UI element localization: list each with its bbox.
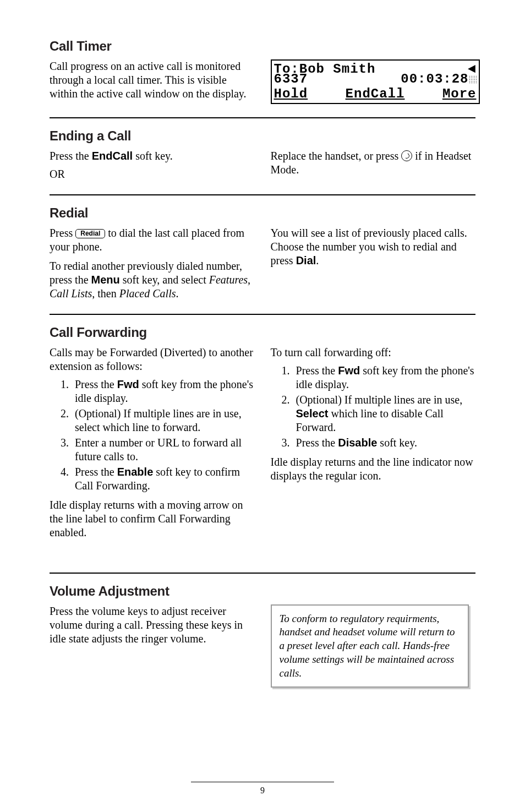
call-fwd-off-intro: To turn call forwarding off: bbox=[271, 346, 475, 359]
heading-call-timer: Call Timer bbox=[50, 39, 475, 54]
fwd-softkey-label: Fwd bbox=[338, 364, 360, 377]
ending-call-press: Press the EndCall soft key. bbox=[50, 149, 254, 163]
lcd-timer: 00:03:28 bbox=[401, 72, 468, 86]
ending-call-replace: Replace the handset, or press if in Head… bbox=[271, 149, 475, 177]
list-item: Press the Fwd soft key from the phone's … bbox=[72, 378, 254, 405]
call-fwd-intro: Calls may be Forwarded (Diverted) to ano… bbox=[50, 346, 254, 373]
text: soft key, and select bbox=[120, 274, 209, 286]
divider bbox=[50, 194, 475, 195]
text: Replace the handset, or press bbox=[271, 150, 402, 162]
text: Press the bbox=[50, 150, 92, 162]
list-item: Enter a number or URL to forward all fut… bbox=[72, 436, 254, 464]
fwd-softkey-label: Fwd bbox=[117, 378, 139, 390]
lcd-softkey-endcall: EndCall bbox=[346, 86, 405, 102]
divider bbox=[50, 117, 475, 118]
regulatory-note: To conform to regulatory requirments, ha… bbox=[271, 604, 469, 688]
text: . bbox=[316, 254, 319, 266]
text-italic: Placed Calls bbox=[119, 287, 176, 299]
list-item: Press the Fwd soft key from the phone's … bbox=[293, 364, 475, 391]
page-number: 9 bbox=[0, 782, 525, 795]
text: Press the bbox=[75, 466, 117, 478]
text: then bbox=[95, 287, 119, 299]
disable-softkey-label: Disable bbox=[338, 437, 377, 449]
call-fwd-on-after: Idle display returns with a moving arrow… bbox=[50, 498, 254, 539]
text: (Optional) If multiple lines are in use, bbox=[296, 394, 463, 406]
text: Press the bbox=[75, 378, 117, 390]
menu-softkey-label: Menu bbox=[91, 274, 120, 286]
volume-body: Press the volume keys to adjust receiver… bbox=[50, 604, 254, 646]
lcd-ext: 6337 bbox=[274, 72, 308, 87]
divider bbox=[50, 314, 475, 315]
list-item: (Optional) If multiple lines are in use,… bbox=[293, 393, 475, 434]
signal-icon bbox=[469, 75, 477, 83]
call-timer-body: Call progress on an active call is monit… bbox=[50, 59, 254, 101]
heading-redial: Redial bbox=[50, 205, 475, 221]
enable-softkey-label: Enable bbox=[117, 466, 154, 478]
text: . bbox=[176, 287, 178, 299]
call-fwd-off-list: Press the Fwd soft key from the phone's … bbox=[271, 364, 475, 450]
call-fwd-on-list: Press the Fwd soft key from the phone's … bbox=[50, 378, 254, 493]
lcd-display: To:Bob Smith ◄ 6337 00:03:28 Hold EndCal… bbox=[271, 59, 480, 104]
redial-key: Redial bbox=[75, 229, 105, 238]
redial-p2: To redial another previously dialed numb… bbox=[50, 259, 254, 301]
dial-softkey-label: Dial bbox=[296, 254, 316, 266]
text: soft key. bbox=[377, 437, 417, 449]
text: soft key. bbox=[133, 150, 173, 162]
select-softkey-label: Select bbox=[296, 407, 329, 419]
text: Press the bbox=[296, 364, 338, 377]
text: Press bbox=[50, 227, 75, 239]
list-item: Press the Enable soft key to confirm Cal… bbox=[72, 465, 254, 493]
lcd-softkey-hold: Hold bbox=[274, 86, 308, 102]
heading-call-forwarding: Call Forwarding bbox=[50, 325, 475, 340]
heading-ending-call: Ending a Call bbox=[50, 128, 475, 144]
redial-p1: Press Redial to dial the last call place… bbox=[50, 226, 254, 254]
divider bbox=[50, 573, 475, 574]
ending-call-or: OR bbox=[50, 167, 254, 181]
redial-right: You will see a list of previously placed… bbox=[271, 226, 475, 268]
endcall-softkey-label: EndCall bbox=[92, 150, 133, 162]
text: Press the bbox=[296, 437, 338, 449]
list-item: (Optional) If multiple lines are in use,… bbox=[72, 407, 254, 434]
call-fwd-off-after: Idle display returns and the line indica… bbox=[271, 455, 475, 483]
heading-volume: Volume Adjustment bbox=[50, 584, 475, 599]
list-item: Press the Disable soft key. bbox=[293, 436, 475, 450]
headset-icon bbox=[401, 150, 412, 161]
lcd-softkey-more: More bbox=[442, 86, 477, 102]
